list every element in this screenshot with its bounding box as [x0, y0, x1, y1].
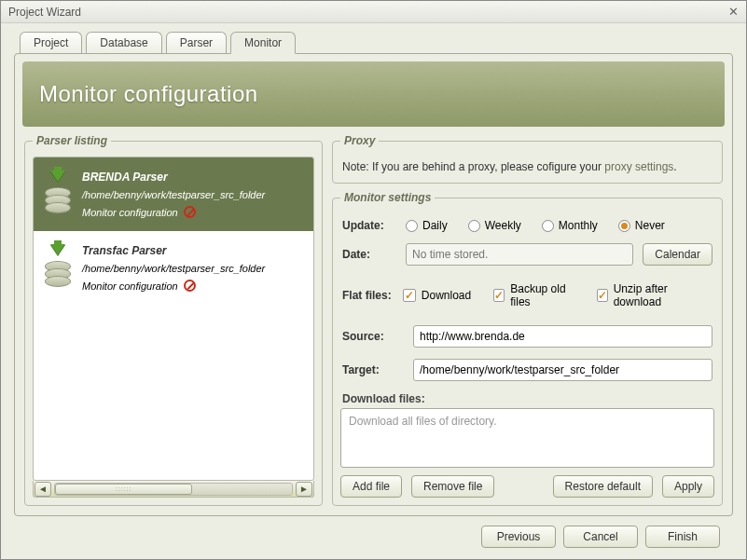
- parser-item-brenda[interactable]: BRENDA Parser /home/benny/work/testparse…: [34, 157, 313, 231]
- download-db-icon: [43, 244, 73, 283]
- date-row: Date: Calendar: [342, 243, 712, 266]
- parser-monitor-config: Monitor configuration: [82, 206, 265, 218]
- parser-path: /home/benny/work/testparser_src_folder: [82, 189, 265, 200]
- restore-default-button[interactable]: Restore default: [553, 475, 653, 498]
- date-label: Date:: [342, 248, 396, 261]
- proxy-note: Note: If you are behind a proxy, please …: [340, 157, 714, 175]
- proxy-settings-link[interactable]: proxy settings: [604, 160, 673, 173]
- horizontal-scrollbar[interactable]: ◄ :::::: ►: [33, 481, 314, 498]
- add-file-button[interactable]: Add file: [340, 475, 402, 498]
- target-row: Target:: [342, 359, 712, 381]
- download-files-box[interactable]: Download all files of directory.: [340, 408, 714, 468]
- radio-never[interactable]: Never: [618, 219, 665, 232]
- wizard-footer: Previous Cancel Finish: [14, 516, 733, 550]
- forbidden-icon: [184, 206, 196, 218]
- close-icon[interactable]: ✕: [728, 5, 739, 19]
- scroll-track[interactable]: ::::::: [54, 483, 293, 496]
- parser-monitor-config: Monitor configuration: [82, 280, 265, 292]
- tab-monitor[interactable]: Monitor: [230, 32, 296, 54]
- flat-files-row: Flat files: ✓Download ✓Backup old files …: [342, 282, 712, 308]
- source-label: Source:: [342, 330, 404, 343]
- download-db-icon: [43, 171, 73, 210]
- tab-bar: Project Database Parser Monitor: [20, 31, 733, 53]
- cancel-button[interactable]: Cancel: [563, 526, 638, 548]
- proxy-legend: Proxy: [340, 134, 379, 147]
- parser-listing-group: Parser listing BRENDA Parser /home/benny…: [24, 134, 323, 506]
- window-title: Project Wizard: [8, 6, 81, 19]
- tab-parser[interactable]: Parser: [166, 32, 227, 54]
- proxy-group: Proxy Note: If you are behind a proxy, p…: [332, 134, 723, 184]
- date-input[interactable]: [406, 243, 633, 266]
- source-row: Source:: [342, 325, 712, 348]
- target-label: Target:: [342, 363, 404, 376]
- download-files-label: Download files:: [342, 392, 712, 405]
- radio-daily[interactable]: Daily: [406, 219, 448, 232]
- tab-project[interactable]: Project: [20, 32, 82, 54]
- apply-button[interactable]: Apply: [662, 475, 714, 498]
- parser-path: /home/benny/work/testparser_src_folder: [82, 263, 265, 274]
- scroll-thumb[interactable]: ::::::: [55, 484, 192, 495]
- calendar-button[interactable]: Calendar: [643, 243, 712, 266]
- update-row: Update: Daily Weekly Monthly Never: [342, 219, 712, 232]
- finish-button[interactable]: Finish: [645, 526, 720, 548]
- parser-listing-legend: Parser listing: [33, 134, 111, 147]
- remove-file-button[interactable]: Remove file: [411, 475, 494, 498]
- update-label: Update:: [342, 219, 396, 232]
- scroll-left-icon[interactable]: ◄: [35, 482, 51, 497]
- target-input[interactable]: [413, 359, 712, 381]
- forbidden-icon: [184, 280, 196, 292]
- parser-name: Transfac Parser: [82, 244, 265, 257]
- tab-database[interactable]: Database: [86, 32, 161, 54]
- previous-button[interactable]: Previous: [481, 526, 556, 548]
- parser-list: BRENDA Parser /home/benny/work/testparse…: [33, 157, 314, 481]
- monitor-buttons: Add file Remove file Restore default App…: [340, 475, 714, 498]
- check-unzip[interactable]: ✓Unzip after download: [597, 282, 699, 308]
- parser-name: BRENDA Parser: [82, 171, 265, 184]
- project-wizard-window: Project Wizard ✕ Project Database Parser…: [0, 0, 747, 560]
- flat-files-label: Flat files:: [342, 289, 394, 302]
- page-title: Monitor configuration: [22, 61, 725, 127]
- parser-item-transfac[interactable]: Transfac Parser /home/benny/work/testpar…: [34, 231, 313, 305]
- main-panel: Monitor configuration Parser listing: [14, 53, 733, 516]
- radio-weekly[interactable]: Weekly: [468, 219, 521, 232]
- monitor-settings-group: Monitor settings Update: Daily Weekly Mo…: [332, 191, 723, 506]
- radio-monthly[interactable]: Monthly: [542, 219, 598, 232]
- monitor-settings-legend: Monitor settings: [340, 191, 435, 204]
- source-input[interactable]: [413, 325, 712, 348]
- check-download[interactable]: ✓Download: [403, 289, 471, 302]
- titlebar: Project Wizard ✕: [1, 1, 746, 23]
- check-backup[interactable]: ✓Backup old files: [493, 282, 574, 308]
- scroll-right-icon[interactable]: ►: [296, 482, 312, 497]
